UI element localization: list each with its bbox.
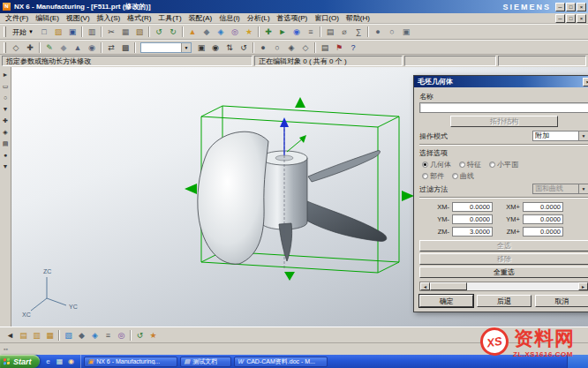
separator[interactable] xyxy=(147,26,152,38)
radio-part[interactable]: 部件 xyxy=(422,171,444,181)
scroll-left-icon[interactable]: ◄ xyxy=(420,282,430,290)
taskbar-task-word[interactable]: W CAD-CAM资料.doc - M... xyxy=(234,357,328,367)
sketch-icon[interactable]: ✎ xyxy=(42,41,57,54)
new-file-icon[interactable]: □ xyxy=(37,26,51,38)
quick-launch-desktop-icon[interactable]: ▦ xyxy=(56,357,64,366)
menu-item[interactable]: 帮助(H) xyxy=(343,13,373,23)
offset-input[interactable]: 0.0000 xyxy=(523,227,563,237)
shaded-icon[interactable]: ● xyxy=(256,41,270,54)
back-button[interactable]: 后退 xyxy=(477,295,531,307)
create-geometry-icon[interactable]: ◈ xyxy=(214,26,228,38)
layers-icon[interactable]: ▤ xyxy=(1,139,11,148)
isometric-icon[interactable]: ◈ xyxy=(284,41,298,54)
dialog-close-button[interactable]: × xyxy=(583,78,588,86)
offset-input[interactable]: 0.0000 xyxy=(452,202,493,212)
chevron-down-icon[interactable]: ▼ xyxy=(181,43,191,52)
separator[interactable] xyxy=(99,41,104,54)
verify-toolpath-icon[interactable]: ◉ xyxy=(290,26,304,38)
separator[interactable] xyxy=(256,26,261,38)
graphics-viewport[interactable]: ZC XC YC 毛坯几何体 × 名称 拓扑结构 操作模式 xyxy=(11,67,588,327)
select-arrow-icon[interactable]: ► xyxy=(1,70,11,79)
separator[interactable] xyxy=(79,26,85,38)
circle-select-icon[interactable]: ○ xyxy=(1,93,11,102)
shaded-view-icon[interactable]: ● xyxy=(371,26,385,38)
help-icon[interactable]: ? xyxy=(346,41,360,54)
taskbar-task-doc[interactable]: ▤ 测试文档 xyxy=(180,357,231,367)
pattern-icon[interactable]: ▩ xyxy=(118,41,132,54)
move-object-icon[interactable]: ⇄ xyxy=(104,41,118,54)
radio-curve[interactable]: 曲线 xyxy=(452,171,474,181)
fit-icon[interactable]: ▣ xyxy=(194,41,208,54)
separator[interactable] xyxy=(99,26,104,38)
topology-button[interactable]: 拓扑结构 xyxy=(450,116,558,127)
replay-toolpath-icon[interactable]: ► xyxy=(275,26,290,38)
postprocess-icon[interactable]: ≡ xyxy=(304,26,318,38)
mdi-close-button[interactable]: × xyxy=(577,14,586,23)
menu-item[interactable]: 装配(A) xyxy=(185,13,216,23)
offset-input[interactable]: 3.0000 xyxy=(452,227,493,237)
filter-method-select[interactable]: 面和曲线▼ xyxy=(532,184,588,194)
more-tools-icon[interactable]: ▼ xyxy=(1,161,11,171)
select-all-button[interactable]: 全选 xyxy=(419,240,588,252)
wcs-icon[interactable]: ◈ xyxy=(1,127,11,137)
operation-navigator-icon[interactable]: ▧ xyxy=(62,329,75,342)
separator[interactable] xyxy=(128,329,133,342)
preferences-icon[interactable]: ⚑ xyxy=(332,41,346,54)
taskbar-task-nx[interactable]: ▣ NX 6 - Manufacturing... xyxy=(84,357,177,367)
menu-item[interactable]: 编辑(E) xyxy=(32,13,63,23)
render-style-icon[interactable]: ● xyxy=(1,150,11,160)
separator[interactable] xyxy=(313,41,318,54)
fit-view-icon[interactable]: ▣ xyxy=(399,26,413,38)
menu-item[interactable]: 文件(F) xyxy=(2,13,32,23)
offset-input[interactable]: 0.0000 xyxy=(523,214,563,224)
separator[interactable] xyxy=(180,26,185,38)
paste-icon[interactable]: ▧ xyxy=(132,26,147,38)
mdi-minimize-button[interactable]: ─ xyxy=(555,14,565,23)
filter-icon[interactable]: ▼ xyxy=(1,104,11,114)
dialog-scrollbar[interactable]: ◄ ► xyxy=(419,282,588,291)
method-view-icon[interactable]: ◎ xyxy=(115,329,128,342)
menu-item[interactable]: 分析(L) xyxy=(244,13,274,23)
history-icon[interactable]: ↺ xyxy=(133,329,147,342)
redo-icon[interactable]: ↻ xyxy=(166,26,180,38)
scrollbar-track[interactable] xyxy=(430,282,578,290)
separator[interactable] xyxy=(366,26,371,38)
create-method-icon[interactable]: ◎ xyxy=(228,26,242,38)
remove-button[interactable]: 移除 xyxy=(419,253,588,265)
menu-item[interactable]: 格式(R) xyxy=(124,13,155,23)
separator[interactable] xyxy=(318,26,323,38)
trimetric-icon[interactable]: ◇ xyxy=(298,41,313,54)
geometry-view-icon[interactable]: ◈ xyxy=(88,329,102,342)
toolbar-grip[interactable] xyxy=(4,42,6,53)
zoom-icon[interactable]: ◉ xyxy=(208,41,222,54)
offset-input[interactable]: 0.0000 xyxy=(452,214,493,224)
wireframe-icon[interactable]: ○ xyxy=(270,41,284,54)
operation-mode-select[interactable]: 附加▼ xyxy=(532,131,588,141)
rotate-view-icon[interactable]: ↺ xyxy=(237,41,251,54)
start-menu-button[interactable]: 开始▼ xyxy=(9,26,37,38)
copy-icon[interactable]: ▦ xyxy=(118,26,132,38)
open-file-icon[interactable]: ▨ xyxy=(51,26,65,38)
separator[interactable] xyxy=(132,41,138,54)
menu-item[interactable]: 信息(I) xyxy=(215,13,244,23)
analysis-icon[interactable]: ∑ xyxy=(351,26,366,38)
start-button[interactable]: Start xyxy=(0,355,40,368)
chevron-down-icon[interactable]: ▼ xyxy=(578,131,588,140)
wireframe-view-icon[interactable]: ○ xyxy=(385,26,399,38)
cut-icon[interactable]: ✂ xyxy=(104,26,118,38)
cancel-button[interactable]: 取消 xyxy=(535,295,588,307)
hole-icon[interactable]: ◉ xyxy=(85,41,99,54)
offset-input[interactable]: 0.0000 xyxy=(523,202,563,212)
menu-item[interactable]: 插入(S) xyxy=(94,13,124,23)
part-navigator-icon[interactable]: ▦ xyxy=(43,329,57,342)
minimize-button[interactable]: ─ xyxy=(555,3,565,11)
quick-launch-media-icon[interactable]: ◉ xyxy=(67,357,76,366)
radio-facet[interactable]: 小平面 xyxy=(489,160,518,169)
toolbar-combo[interactable]: ▼ xyxy=(140,42,192,53)
constraint-navigator-icon[interactable]: ▥ xyxy=(30,329,43,342)
program-order-view-icon[interactable]: ≡ xyxy=(102,329,115,342)
ok-button[interactable]: 确定 xyxy=(419,295,473,307)
selection-filter-icon[interactable]: ◇ xyxy=(9,41,23,54)
quick-launch-ie-icon[interactable]: e xyxy=(44,357,53,366)
toolbar-grip[interactable] xyxy=(4,26,6,37)
